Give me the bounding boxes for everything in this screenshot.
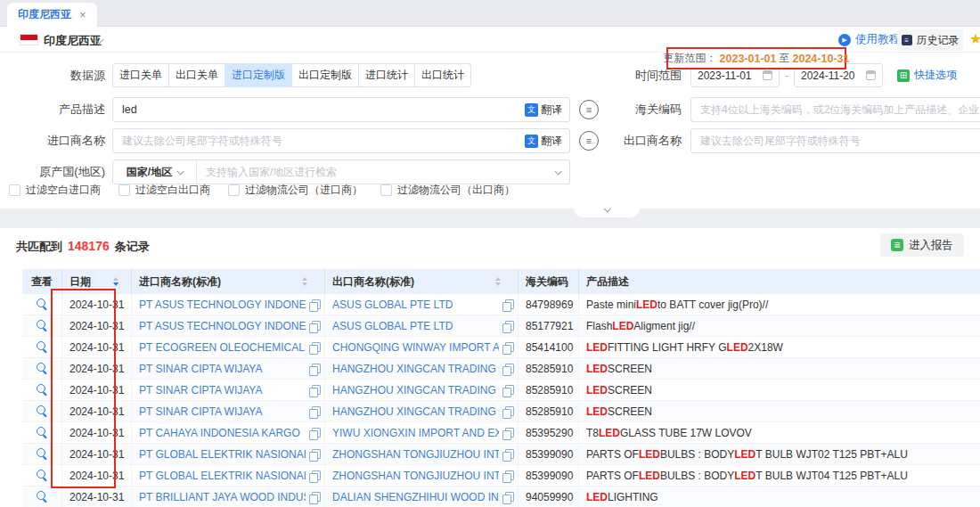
exporter-link[interactable]: ZHONGSHAN TONGJIUZHOU INTERNA... — [332, 448, 499, 461]
copy-icon[interactable] — [309, 449, 320, 460]
copy-icon[interactable] — [309, 492, 320, 503]
importer-link[interactable]: PT SINAR CIPTA WIJAYA — [139, 405, 306, 418]
exporter-link[interactable]: HANGZHOU XINGCAN TRADING CO LTD — [332, 384, 499, 397]
sort-icons[interactable] — [302, 277, 307, 286]
translate-icon: 文 — [525, 135, 538, 148]
saved-conditions-icon[interactable]: ≡ — [579, 131, 599, 151]
exporter-link[interactable]: YIWU XIONGXIN IMPORT AND EXPORT... — [332, 427, 499, 439]
copy-icon[interactable] — [309, 342, 320, 353]
data-source-tab[interactable]: 进口定制版 — [225, 63, 292, 87]
copy-icon[interactable] — [309, 364, 320, 374]
origin-type-select[interactable]: 国家/地区 — [113, 160, 197, 184]
view-detail-icon[interactable] — [37, 427, 48, 438]
exporter-link[interactable]: CHONGQING WINWAY IMPORT AND E... — [332, 341, 499, 354]
importer-link[interactable]: PT CAHAYA INDONESIA KARGO — [139, 427, 306, 439]
view-detail-icon[interactable] — [37, 341, 48, 353]
desc-text: to BATT cover jig(Pro)// — [657, 298, 768, 311]
keyword-highlight: LED — [612, 320, 633, 332]
view-detail-icon[interactable] — [37, 470, 48, 481]
data-source-tab[interactable]: 进口关单 — [112, 63, 169, 87]
view-detail-icon[interactable] — [37, 448, 48, 460]
sort-icons[interactable] — [113, 277, 118, 286]
checkbox[interactable] — [228, 184, 240, 196]
sort-desc-icon — [495, 282, 501, 286]
copy-icon[interactable] — [502, 492, 513, 503]
exporter-link[interactable]: ASUS GLOBAL PTE LTD — [332, 320, 499, 332]
importer-cell: PT ASUS TECHNOLOGY INDONESIA BA... — [132, 294, 325, 315]
desc-text: 2X18W — [748, 341, 783, 354]
checkbox[interactable] — [380, 184, 392, 196]
column-label: 查看 — [31, 274, 53, 290]
copy-icon[interactable] — [502, 406, 513, 417]
exporter-input[interactable]: 建议去除公司尾部字符或特殊符号 — [690, 128, 980, 153]
data-source-tab[interactable]: 出口关单 — [168, 63, 225, 87]
exporter-link[interactable]: DALIAN SHENGZHIHUI WOOD INDUST... — [332, 491, 499, 503]
exporter-link[interactable]: ZHONGSHAN TONGJIUZHOU INTERNA... — [332, 470, 499, 482]
origin-input[interactable]: 国家/地区 支持输入国家/地区进行检索 — [112, 159, 570, 184]
quick-options-link[interactable]: ⊞ 快捷选项 — [897, 68, 957, 83]
tutorial-link[interactable]: ▶ 使用教程 — [838, 32, 900, 47]
copy-icon[interactable] — [502, 364, 513, 374]
importer-link[interactable]: PT ECOGREEN OLEOCHEMICALS — [139, 341, 306, 354]
saved-conditions-icon[interactable]: ≡ — [579, 100, 599, 119]
view-detail-icon[interactable] — [37, 363, 48, 374]
importer-link[interactable]: PT ASUS TECHNOLOGY INDONESIA BA... — [139, 298, 306, 311]
data-source-tab[interactable]: 出口统计 — [414, 63, 471, 87]
copy-icon[interactable] — [502, 449, 513, 460]
exporter-link[interactable]: ASUS GLOBAL PTE LTD — [332, 298, 499, 311]
checkbox[interactable] — [9, 184, 20, 196]
table-header-cell[interactable]: 出口商名称(标准) — [325, 269, 519, 294]
copy-icon[interactable] — [502, 299, 513, 310]
translate-button[interactable]: 文 翻译 — [525, 134, 562, 149]
hs-code-input[interactable]: 支持4位以上海关编码，或2位海关编码加上产品描述、企业名称的任意信息 — [690, 97, 980, 122]
collapse-form-button[interactable] — [574, 205, 640, 217]
copy-icon[interactable] — [502, 470, 513, 481]
copy-icon[interactable] — [309, 385, 320, 396]
importer-link[interactable]: PT GLOBAL ELEKTRIK NASIONAL — [139, 448, 306, 461]
exporter-link[interactable]: HANGZHOU XINGCAN TRADING CO LTD — [332, 363, 499, 375]
importer-link[interactable]: PT BRILLIANT JAYA WOOD INDUSTRY — [139, 491, 306, 503]
importer-link[interactable]: PT SINAR CIPTA WIJAYA — [139, 384, 306, 397]
view-detail-icon[interactable] — [37, 298, 48, 310]
copy-icon[interactable] — [309, 406, 320, 417]
enter-report-button[interactable]: ≣ 进入报告 — [880, 233, 964, 257]
table-header-cell[interactable]: 日期 — [62, 269, 132, 294]
tab-indonesia[interactable]: 印度尼西亚 × — [7, 3, 97, 27]
sort-icons[interactable] — [495, 277, 501, 286]
importer-input[interactable]: 建议去除公司尾部字符或特殊符号 文 翻译 — [112, 128, 570, 153]
copy-icon[interactable] — [502, 321, 513, 331]
close-icon[interactable]: × — [79, 9, 86, 20]
copy-icon[interactable] — [309, 299, 320, 310]
country-selector-label[interactable]: 印度尼西亚 — [44, 33, 102, 49]
history-button[interactable]: ≡ 历史记录 — [897, 29, 963, 51]
data-source-tab[interactable]: 出口定制版 — [291, 63, 359, 87]
copy-icon[interactable] — [502, 428, 513, 438]
importer-cell: PT ASUS TECHNOLOGY INDONESIA BA... — [132, 315, 325, 336]
copy-icon[interactable] — [502, 385, 513, 396]
data-source-tab[interactable]: 进口统计 — [358, 63, 415, 87]
view-detail-icon[interactable] — [37, 384, 48, 396]
importer-link[interactable]: PT ASUS TECHNOLOGY INDONESIA BA... — [139, 320, 306, 332]
filter-checkboxes: 过滤空白进口商过滤空白出口商过滤物流公司（进口商）过滤物流公司（出口商） — [9, 183, 515, 198]
checkbox-label: 过滤物流公司（出口商） — [397, 183, 515, 198]
copy-icon[interactable] — [502, 342, 513, 353]
copy-icon[interactable] — [309, 470, 320, 481]
checkbox[interactable] — [118, 184, 130, 196]
sort-asc-icon — [113, 277, 118, 281]
copy-icon[interactable] — [309, 428, 320, 438]
date-cell: 2024-10-31 — [62, 337, 132, 357]
exporter-link[interactable]: HANGZHOU XINGCAN TRADING CO LTD — [332, 405, 499, 418]
product-desc-input[interactable]: led 文 翻译 — [112, 97, 570, 122]
importer-link[interactable]: PT GLOBAL ELEKTRIK NASIONAL — [139, 470, 306, 482]
translate-button[interactable]: 文 翻译 — [525, 102, 562, 118]
exporter-cell: CHONGQING WINWAY IMPORT AND E... — [325, 337, 519, 357]
view-detail-icon[interactable] — [37, 405, 48, 417]
copy-icon[interactable] — [309, 321, 320, 331]
checkbox-label: 过滤物流公司（进口商） — [245, 183, 363, 198]
importer-link[interactable]: PT SINAR CIPTA WIJAYA — [139, 363, 306, 375]
view-detail-icon[interactable] — [37, 491, 48, 503]
star-icon[interactable]: ★ — [969, 30, 980, 47]
hs-code-cell: 85285910 — [519, 358, 579, 379]
table-header-cell[interactable]: 进口商名称(标准) — [132, 269, 325, 294]
view-detail-icon[interactable] — [37, 320, 48, 331]
